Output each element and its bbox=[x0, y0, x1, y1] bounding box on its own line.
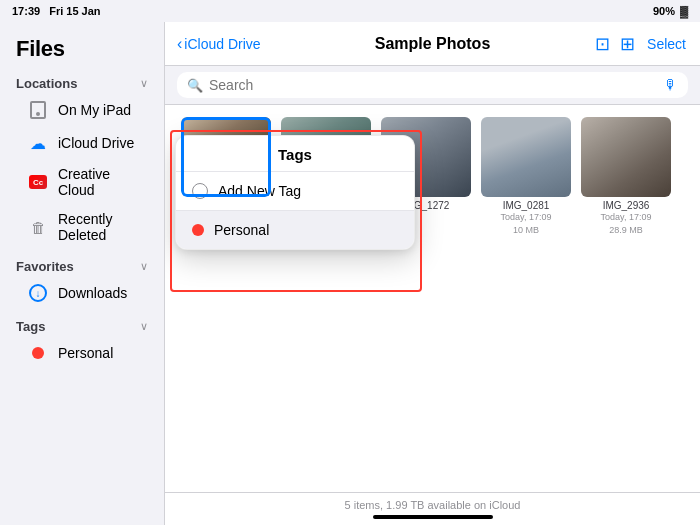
personal-tag-popup-label: Personal bbox=[214, 222, 269, 238]
tags-chevron: ∨ bbox=[140, 320, 148, 333]
status-date: Fri 15 Jan bbox=[49, 5, 100, 17]
recently-deleted-label: Recently Deleted bbox=[58, 211, 142, 243]
battery-icon: ▓ bbox=[680, 5, 688, 17]
sidebar-item-recently-deleted[interactable]: 🗑 Recently Deleted bbox=[6, 205, 158, 249]
photo-size-3: 10 MB bbox=[513, 224, 539, 237]
select-button[interactable]: Select bbox=[645, 34, 688, 54]
search-input[interactable] bbox=[209, 77, 658, 93]
toolbar-left: ‹ iCloud Drive bbox=[177, 35, 261, 53]
icloud-drive-label: iCloud Drive bbox=[58, 135, 134, 151]
downloads-label: Downloads bbox=[58, 285, 127, 301]
sidebar: Files Locations ∨ On My iPad ☁ iCloud Dr… bbox=[0, 22, 165, 525]
tags-header[interactable]: Tags ∨ bbox=[0, 317, 164, 336]
toolbar-right: ⊡ ⊞ Select bbox=[595, 33, 688, 55]
back-label: iCloud Drive bbox=[184, 36, 260, 52]
creative-cloud-label: Creative Cloud bbox=[58, 166, 142, 198]
personal-dot-icon bbox=[192, 224, 204, 236]
sidebar-item-personal-tag[interactable]: Personal bbox=[6, 337, 158, 369]
ipad-icon bbox=[28, 100, 48, 120]
status-time: 17:39 bbox=[12, 5, 40, 17]
sidebar-title: Files bbox=[16, 36, 65, 62]
favorites-chevron: ∨ bbox=[140, 260, 148, 273]
photo-size-4: 28.9 MB bbox=[609, 224, 643, 237]
locations-label: Locations bbox=[16, 76, 77, 91]
photo-grid-container: IMG_0030 IMG_1271 IMG_1272 IMG_0281 Toda… bbox=[165, 105, 700, 492]
locations-chevron: ∨ bbox=[140, 77, 148, 90]
search-icon: 🔍 bbox=[187, 78, 203, 93]
grid-icon[interactable]: ⊞ bbox=[620, 33, 635, 55]
folder-icon[interactable]: ⊡ bbox=[595, 33, 610, 55]
tags-label: Tags bbox=[16, 319, 45, 334]
content-area: ‹ iCloud Drive Sample Photos ⊡ ⊞ Select … bbox=[165, 22, 700, 525]
favorites-label: Favorites bbox=[16, 259, 74, 274]
status-indicators: 90% ▓ bbox=[653, 5, 688, 17]
sidebar-item-icloud-drive[interactable]: ☁ iCloud Drive bbox=[6, 127, 158, 159]
photo-item-4[interactable]: IMG_2936 Today, 17:09 28.9 MB bbox=[581, 117, 671, 236]
sidebar-header: Files bbox=[0, 30, 164, 66]
icloud-icon: ☁ bbox=[28, 133, 48, 153]
toolbar-title: Sample Photos bbox=[375, 35, 491, 53]
photo-name-3: IMG_0281 bbox=[503, 200, 550, 211]
mic-icon[interactable]: 🎙 bbox=[664, 77, 678, 93]
sidebar-item-on-my-ipad[interactable]: On My iPad bbox=[6, 94, 158, 126]
favorites-header[interactable]: Favorites ∨ bbox=[0, 257, 164, 276]
battery-indicator: 90% bbox=[653, 5, 675, 17]
home-indicator bbox=[373, 515, 493, 519]
status-time-date: 17:39 Fri 15 Jan bbox=[12, 5, 101, 17]
photo-thumb-0 bbox=[181, 117, 271, 197]
personal-tag-icon bbox=[28, 343, 48, 363]
creative-cloud-icon: Cc bbox=[28, 172, 48, 192]
photo-thumb-4 bbox=[581, 117, 671, 197]
photo-thumb-3 bbox=[481, 117, 571, 197]
on-my-ipad-label: On My iPad bbox=[58, 102, 131, 118]
toolbar: ‹ iCloud Drive Sample Photos ⊡ ⊞ Select bbox=[165, 22, 700, 66]
sidebar-section-locations: Locations ∨ On My iPad ☁ iCloud Drive Cc bbox=[0, 74, 164, 249]
trash-icon: 🗑 bbox=[28, 217, 48, 237]
status-bar: 17:39 Fri 15 Jan 90% ▓ bbox=[0, 0, 700, 22]
sidebar-item-creative-cloud[interactable]: Cc Creative Cloud bbox=[6, 160, 158, 204]
sidebar-item-downloads[interactable]: ↓ Downloads bbox=[6, 277, 158, 309]
sidebar-section-tags: Tags ∨ Personal bbox=[0, 317, 164, 369]
photo-date-4: Today, 17:09 bbox=[601, 211, 652, 224]
downloads-icon: ↓ bbox=[28, 283, 48, 303]
photo-date-3: Today, 17:09 bbox=[501, 211, 552, 224]
main-layout: Files Locations ∨ On My iPad ☁ iCloud Dr… bbox=[0, 22, 700, 525]
status-bottom: 5 items, 1.99 TB available on iCloud bbox=[165, 492, 700, 525]
back-button[interactable]: ‹ iCloud Drive bbox=[177, 35, 261, 53]
sidebar-section-favorites: Favorites ∨ ↓ Downloads bbox=[0, 257, 164, 309]
search-bar: 🔍 🎙 bbox=[165, 66, 700, 105]
status-bottom-text: 5 items, 1.99 TB available on iCloud bbox=[345, 499, 521, 511]
search-wrapper: 🔍 🎙 bbox=[177, 72, 688, 98]
personal-tag-popup-item[interactable]: Personal bbox=[176, 211, 414, 249]
photo-item-3[interactable]: IMG_0281 Today, 17:09 10 MB bbox=[481, 117, 571, 236]
photo-name-4: IMG_2936 bbox=[603, 200, 650, 211]
selected-border-0 bbox=[181, 117, 271, 197]
back-chevron-icon: ‹ bbox=[177, 35, 182, 53]
personal-tag-label: Personal bbox=[58, 345, 113, 361]
locations-header[interactable]: Locations ∨ bbox=[0, 74, 164, 93]
